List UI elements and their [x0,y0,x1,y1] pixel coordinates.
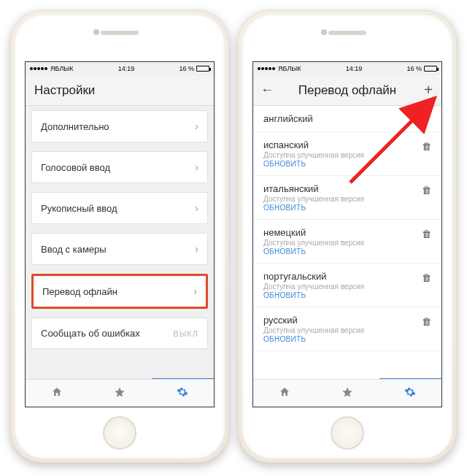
chevron-right-icon: › [195,120,198,132]
tab-settings[interactable] [404,386,416,400]
lang-sub: Доступна улучшенная версия [263,326,364,334]
status-time: 14:19 [118,65,135,72]
lang-sub: Доступна улучшенная версия [263,283,364,291]
lang-row-portuguese[interactable]: португальский Доступна улучшенная версия… [253,264,441,307]
update-link[interactable]: ОБНОВИТЬ [263,291,364,299]
label: Дополнительно [41,121,109,132]
gear-icon [404,386,416,398]
chevron-right-icon: › [195,202,198,214]
page-title: Настройки [34,83,95,98]
home-icon [51,386,63,398]
carrier-label: ЯБЛЫК [50,65,74,72]
carrier-label: ЯБЛЫК [278,65,301,72]
battery-text: 16 % [406,65,422,72]
chevron-right-icon: › [195,161,198,173]
label: Рукописный ввод [41,203,117,214]
trash-icon[interactable]: 🗑 [422,316,431,327]
home-icon [279,386,290,398]
header-right: ← Перевод офлайн + [253,75,441,106]
update-link[interactable]: ОБНОВИТЬ [263,160,364,168]
home-button[interactable] [103,416,136,450]
settings-item-handwriting-input[interactable]: Рукописный ввод › [31,192,208,224]
screen-right: ЯБЛЫК 14:19 16 % ← Перевод офлайн + англ… [252,61,442,407]
lang-row-german[interactable]: немецкий Доступна улучшенная версия ОБНО… [253,220,441,264]
tab-favorites[interactable] [341,386,353,400]
battery-text: 16 % [179,65,194,72]
lang-name: итальянский [263,183,364,194]
header-left: Настройки [26,75,214,106]
lang-sub: Доступна улучшенная версия [263,151,364,159]
tab-home[interactable] [279,386,290,400]
screen-left: ЯБЛЫК 14:19 16 % Настройки Дополнительно… [25,61,215,407]
star-icon [341,386,353,398]
lang-sub: Доступна улучшенная версия [263,195,364,203]
lang-row-italian[interactable]: итальянский Доступна улучшенная версия О… [253,176,441,220]
label: Голосовой ввод [41,162,110,173]
trash-icon[interactable]: 🗑 [422,272,431,283]
update-link[interactable]: ОБНОВИТЬ [263,335,364,343]
trash-icon[interactable]: 🗑 [422,141,431,152]
settings-item-camera-input[interactable]: Ввод с камеры › [31,233,208,265]
status-bar: ЯБЛЫК 14:19 16 % [26,62,214,75]
trash-icon[interactable]: 🗑 [422,185,431,196]
lang-row-english[interactable]: английский [253,106,441,132]
tab-bar [26,379,214,407]
lang-name: английский [263,113,313,124]
status-time: 14:19 [346,65,363,72]
back-button[interactable]: ← [260,82,274,98]
settings-item-report-errors[interactable]: Сообщать об ошибках ВЫКЛ [31,318,208,349]
settings-list: Дополнительно › Голосовой ввод › Рукопис… [26,106,214,379]
label: Ввод с камеры [41,244,107,255]
tab-settings[interactable] [177,386,188,400]
lang-name: испанский [263,139,364,150]
gear-icon [177,386,188,398]
tab-home[interactable] [51,386,63,400]
settings-item-additional[interactable]: Дополнительно › [31,110,208,142]
label: Перевод офлайн [42,286,117,297]
add-language-button[interactable]: + [424,82,433,99]
phone-frame-left: ЯБЛЫК 14:19 16 % Настройки Дополнительно… [10,10,229,463]
chevron-right-icon: › [193,285,197,297]
home-button[interactable] [331,416,364,450]
lang-name: португальский [263,271,364,282]
star-icon [114,386,126,398]
trash-icon[interactable]: 🗑 [422,229,431,239]
settings-item-offline-translate[interactable]: Перевод офлайн › [31,274,208,309]
settings-item-voice-input[interactable]: Голосовой ввод › [31,151,208,183]
lang-name: русский [263,315,364,326]
toggle-off-label: ВЫКЛ [173,329,198,338]
lang-row-spanish[interactable]: испанский Доступна улучшенная версия ОБН… [253,132,441,176]
language-list: английский испанский Доступна улучшенная… [253,106,441,379]
update-link[interactable]: ОБНОВИТЬ [263,204,364,212]
lang-name: немецкий [263,227,364,238]
phone-frame-right: ЯБЛЫК 14:19 16 % ← Перевод офлайн + англ… [238,10,457,463]
chevron-right-icon: › [195,243,198,255]
update-link[interactable]: ОБНОВИТЬ [263,247,364,256]
page-title: Перевод офлайн [298,83,396,98]
label: Сообщать об ошибках [41,328,140,339]
lang-sub: Доступна улучшенная версия [263,239,364,247]
tab-favorites[interactable] [114,386,126,400]
tab-bar [253,379,441,407]
status-bar: ЯБЛЫК 14:19 16 % [253,62,441,75]
lang-row-russian[interactable]: русский Доступна улучшенная версия ОБНОВ… [253,307,441,351]
